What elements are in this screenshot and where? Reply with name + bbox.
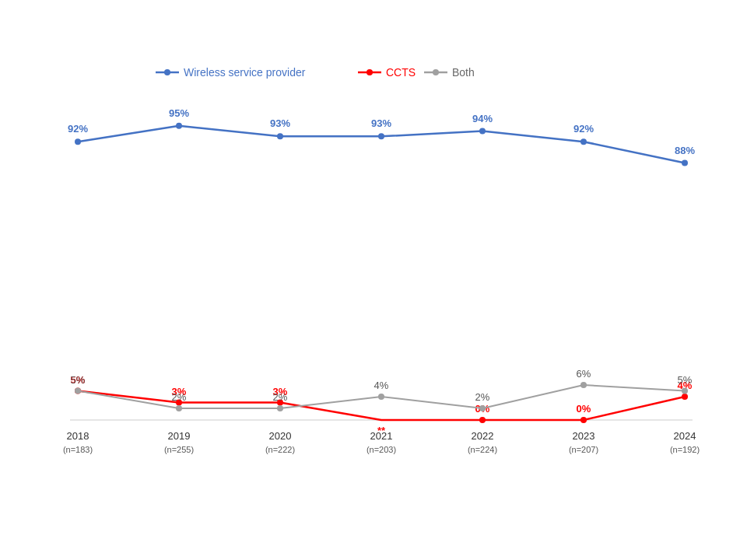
svg-text:5%: 5% — [678, 374, 693, 386]
svg-text:93%: 93% — [270, 117, 290, 129]
svg-text:(n=255): (n=255) — [164, 445, 194, 454]
svg-text:92%: 92% — [573, 123, 594, 135]
chart-container: Wireless service providerCCTSBoth92%95%9… — [0, 0, 747, 560]
svg-point-10 — [75, 138, 81, 145]
svg-point-5 — [366, 69, 373, 75]
svg-point-43 — [580, 382, 587, 388]
svg-text:88%: 88% — [675, 145, 695, 156]
svg-text:2018: 2018 — [67, 430, 89, 442]
svg-text:(n=192): (n=192) — [670, 445, 700, 454]
svg-point-41 — [378, 394, 384, 400]
svg-text:6%: 6% — [577, 368, 591, 380]
svg-text:2%: 2% — [475, 391, 490, 403]
svg-point-44 — [682, 388, 688, 394]
svg-text:Both: Both — [452, 66, 475, 79]
svg-text:(n=207): (n=207) — [569, 445, 598, 454]
svg-point-29 — [580, 417, 587, 423]
svg-point-2 — [164, 69, 170, 75]
svg-text:2%: 2% — [273, 391, 288, 403]
svg-point-12 — [277, 133, 283, 139]
svg-text:4%: 4% — [374, 380, 389, 391]
svg-text:92%: 92% — [68, 123, 88, 135]
svg-text:2022: 2022 — [472, 430, 494, 442]
svg-point-28 — [479, 417, 486, 423]
svg-text:93%: 93% — [371, 117, 391, 129]
svg-text:(n=222): (n=222) — [265, 445, 295, 454]
svg-rect-0 — [0, 0, 747, 560]
svg-point-39 — [176, 405, 182, 411]
svg-text:Wireless service provider: Wireless service provider — [184, 66, 306, 79]
svg-text:0%: 0% — [577, 403, 591, 415]
svg-point-30 — [682, 394, 688, 400]
svg-text:2019: 2019 — [168, 430, 191, 442]
svg-point-42 — [479, 405, 486, 411]
svg-point-14 — [479, 128, 486, 135]
svg-text:95%: 95% — [169, 107, 189, 119]
svg-text:94%: 94% — [472, 113, 493, 124]
svg-text:(n=183): (n=183) — [63, 445, 93, 454]
svg-text:2%: 2% — [172, 391, 187, 403]
svg-point-40 — [277, 405, 283, 411]
svg-text:(n=203): (n=203) — [366, 445, 396, 454]
svg-text:2021: 2021 — [370, 430, 393, 442]
svg-text:CCTS: CCTS — [386, 66, 416, 79]
svg-text:2024: 2024 — [674, 430, 696, 442]
svg-text:2020: 2020 — [269, 430, 292, 442]
svg-text:(n=224): (n=224) — [468, 445, 497, 454]
svg-point-38 — [75, 388, 81, 394]
svg-point-16 — [682, 160, 688, 166]
svg-text:5%: 5% — [71, 374, 86, 386]
svg-point-15 — [580, 138, 587, 145]
svg-point-13 — [378, 133, 384, 139]
svg-text:2023: 2023 — [573, 430, 595, 442]
svg-point-11 — [176, 123, 182, 129]
svg-point-8 — [433, 69, 439, 75]
